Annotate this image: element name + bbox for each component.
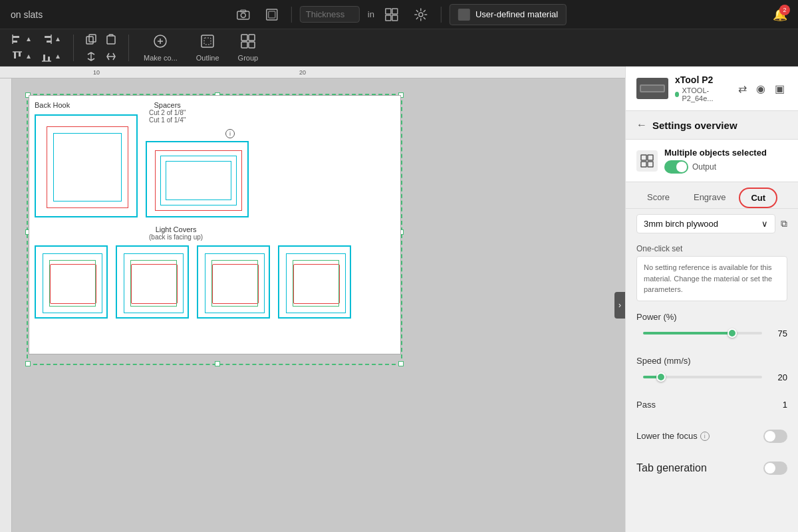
canvas-area[interactable]: 10 20 Back Hook (0, 66, 625, 532)
align-tools (8, 31, 65, 65)
toolbar-divider-1 (291, 7, 292, 23)
output-toggle-label: Output (692, 162, 716, 172)
camera-button[interactable] (231, 7, 255, 23)
material-copy-button[interactable]: ⧉ (781, 218, 787, 229)
svg-rect-17 (19, 52, 21, 57)
pass-row: Pass 1 (636, 400, 787, 410)
settings-button[interactable] (409, 5, 433, 24)
output-toggle[interactable] (664, 160, 688, 174)
make-co-label: Make co... (144, 54, 178, 62)
speed-slider-track (643, 376, 762, 378)
power-slider-container[interactable] (643, 332, 762, 334)
svg-rect-31 (249, 42, 255, 48)
align-right-button[interactable] (37, 31, 65, 47)
frame-button[interactable] (261, 6, 283, 23)
settings-title: Settings overview (652, 120, 737, 131)
material-button[interactable]: User-defined material (450, 4, 567, 25)
power-slider-fill (643, 332, 732, 334)
handle-bl[interactable] (25, 361, 31, 366)
svg-rect-23 (89, 35, 96, 42)
objects-row: Multiple objects selected Output (636, 148, 787, 174)
svg-rect-36 (641, 162, 646, 167)
status-indicator (675, 92, 679, 97)
svg-rect-19 (43, 55, 45, 61)
flip-v-button[interactable] (102, 49, 120, 65)
tab-generation-toggle[interactable] (763, 462, 787, 475)
material-name: 3mm birch plywood (644, 219, 718, 229)
objects-info: Multiple objects selected Output (664, 148, 767, 174)
device-status: XTOOL-P2_64e... (675, 86, 729, 102)
light-cover-1-outer (35, 245, 108, 319)
svg-rect-37 (648, 162, 653, 167)
output-toggle-row: Output (664, 160, 767, 174)
svg-rect-7 (386, 15, 391, 21)
device-actions: ⇄ ◉ ▣ (735, 80, 787, 98)
make-co-button[interactable]: Make co... (137, 29, 184, 66)
align-left-button[interactable] (8, 31, 36, 47)
speed-slider-row: 20 (636, 372, 787, 382)
tab-score[interactable]: Score (636, 188, 680, 208)
spacer-1-outer (146, 141, 249, 217)
lower-focus-info-icon[interactable]: i (700, 432, 710, 441)
svg-rect-16 (14, 52, 16, 59)
settings-back-button[interactable]: ← (636, 119, 647, 131)
speed-value: 20 (769, 372, 787, 382)
power-section: Power (%) 75 (626, 307, 798, 350)
collapse-panel-button[interactable]: › (614, 292, 625, 319)
svg-rect-34 (641, 155, 646, 160)
paste-button[interactable] (102, 31, 120, 47)
ruler-horizontal: 10 20 (0, 66, 625, 78)
toolbar-divider-2 (441, 7, 442, 23)
svg-rect-20 (48, 57, 50, 61)
ruler-vertical (0, 78, 12, 532)
design-board: Back Hook Spacers Cut 2 of 1/8" Cut 1 of… (29, 95, 401, 354)
material-label: User-defined material (475, 9, 558, 19)
group-button[interactable]: Group (231, 29, 265, 66)
handle-br[interactable] (398, 361, 404, 366)
device-id: XTOOL-P2_64e... (682, 86, 729, 102)
window-button[interactable]: ▣ (772, 80, 787, 98)
device-header: xTool P2 XTOOL-P2_64e... ⇄ ◉ ▣ (626, 66, 798, 111)
eye-button[interactable]: ◉ (753, 80, 768, 98)
thickness-input[interactable] (300, 6, 360, 23)
tab-engrave[interactable]: Engrave (683, 188, 736, 208)
outline-button[interactable]: Outline (190, 29, 226, 66)
speed-slider-container[interactable] (643, 376, 762, 378)
canvas-content[interactable]: Back Hook Spacers Cut 2 of 1/8" Cut 1 of… (12, 78, 625, 532)
speed-slider-thumb[interactable] (656, 372, 666, 382)
tab-cut[interactable]: Cut (739, 188, 777, 208)
svg-rect-28 (241, 35, 247, 41)
outline-icon (200, 33, 215, 53)
svg-rect-33 (641, 86, 664, 91)
align-top-button[interactable] (8, 49, 36, 65)
chevron-down-icon: ∨ (761, 219, 768, 229)
outline-label: Outline (196, 54, 219, 62)
grid-button[interactable] (380, 5, 404, 24)
spacers-info-icon[interactable]: i (225, 129, 235, 138)
svg-rect-24 (107, 36, 115, 44)
settings-header: ← Settings overview (626, 111, 798, 140)
light-covers-label: Light Covers (back is facing up) (149, 225, 203, 241)
align-bottom-button[interactable] (37, 49, 65, 65)
sync-button[interactable]: ⇄ (735, 80, 749, 98)
power-slider-thumb[interactable] (728, 329, 737, 338)
spacers-label: Spacers Cut 2 of 1/8" Cut 1 of 1/4" (149, 101, 186, 124)
toolbar: Make co... Outline Group (0, 29, 798, 66)
thickness-unit: in (368, 9, 374, 19)
lower-focus-label: Lower the focus (636, 431, 698, 441)
copy-button[interactable] (82, 31, 100, 47)
handle-bm[interactable] (215, 361, 220, 366)
svg-rect-35 (648, 155, 653, 160)
light-cover-2-green (130, 260, 177, 307)
flip-h-button[interactable] (82, 49, 100, 65)
lower-focus-toggle[interactable] (763, 430, 787, 443)
top-bar-right: 🔔 2 (773, 7, 787, 22)
material-selector[interactable]: 3mm birch plywood ∨ (636, 214, 775, 233)
svg-rect-8 (392, 15, 398, 21)
notification-button[interactable]: 🔔 2 (773, 7, 787, 22)
spacer-1-inner2 (166, 161, 231, 200)
svg-point-9 (419, 13, 423, 17)
lower-focus-section: Lower the focus i (626, 420, 798, 452)
copy-tools (82, 31, 120, 65)
svg-rect-29 (249, 35, 255, 41)
